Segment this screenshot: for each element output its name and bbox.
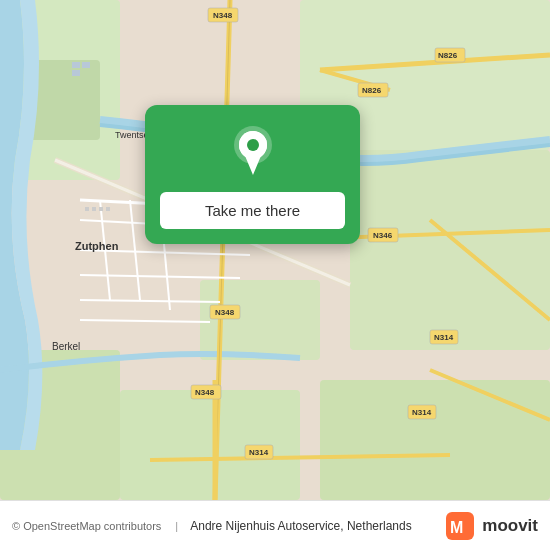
moovit-icon: M	[446, 512, 474, 540]
svg-rect-2	[30, 60, 100, 140]
take-me-there-button[interactable]: Take me there	[160, 192, 345, 229]
map-background: N348 N826 N826 N346 N348 N314 N314	[0, 0, 550, 500]
moovit-brand-text: moovit	[482, 516, 538, 536]
svg-text:N346: N346	[373, 231, 393, 240]
svg-rect-55	[82, 62, 90, 68]
location-pin-icon	[229, 125, 277, 180]
svg-rect-4	[350, 150, 550, 350]
svg-text:N826: N826	[362, 86, 382, 95]
svg-rect-53	[106, 207, 110, 211]
svg-rect-50	[85, 207, 89, 211]
location-name: Andre Nijenhuis Autoservice, Netherlands	[190, 519, 411, 533]
svg-text:Zutphen: Zutphen	[75, 240, 119, 252]
svg-rect-51	[92, 207, 96, 211]
svg-rect-54	[72, 62, 80, 68]
svg-text:M: M	[450, 519, 463, 536]
popup-card: Take me there	[145, 105, 360, 244]
location-info: © OpenStreetMap contributors | Andre Nij…	[12, 519, 412, 533]
svg-rect-6	[120, 390, 300, 500]
svg-text:N826: N826	[438, 51, 458, 60]
svg-text:Berkel: Berkel	[52, 341, 80, 352]
bottom-bar: © OpenStreetMap contributors | Andre Nij…	[0, 500, 550, 550]
map-svg: N348 N826 N826 N346 N348 N314 N314	[0, 0, 550, 500]
moovit-logo: M moovit	[446, 512, 538, 540]
map-container: N348 N826 N826 N346 N348 N314 N314	[0, 0, 550, 550]
svg-text:N314: N314	[249, 448, 269, 457]
svg-rect-7	[320, 380, 550, 500]
svg-point-61	[247, 139, 259, 151]
svg-text:N348: N348	[213, 11, 233, 20]
svg-text:N314: N314	[434, 333, 454, 342]
svg-text:N348: N348	[215, 308, 235, 317]
svg-rect-56	[72, 70, 80, 76]
openstreetmap-credit: © OpenStreetMap contributors	[12, 520, 161, 532]
svg-rect-52	[99, 207, 103, 211]
svg-text:N314: N314	[412, 408, 432, 417]
svg-text:N348: N348	[195, 388, 215, 397]
